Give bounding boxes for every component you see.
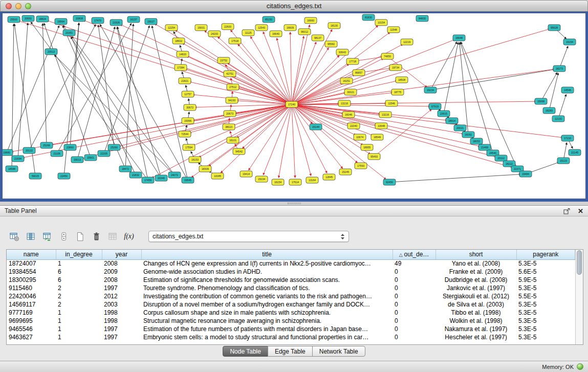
graph-node[interactable]: 17459 <box>142 177 154 183</box>
table-cell[interactable]: 9463627 <box>7 333 56 341</box>
graph-node[interactable]: 19484 <box>519 171 532 177</box>
graph-node[interactable]: 85150 <box>263 16 275 23</box>
graph-hub-node[interactable]: 17240 <box>286 101 298 107</box>
tab-node-table[interactable]: Node Table <box>223 346 268 357</box>
table-cell[interactable]: Nakamura et al. (1997) <box>435 325 516 333</box>
graph-node[interactable]: 95493 <box>368 154 380 160</box>
table-cell[interactable]: 2008 <box>102 259 141 268</box>
graph-node[interactable]: 17210 <box>561 135 574 141</box>
graph-node[interactable]: 74850 <box>381 53 394 59</box>
close-button[interactable] <box>6 3 12 9</box>
graph-node[interactable]: 20673 <box>224 111 236 117</box>
graph-node[interactable]: 14820 <box>177 51 189 57</box>
graph-node[interactable]: 12219 <box>401 39 413 45</box>
table-cell[interactable]: Genome-wide association studies in ADHD. <box>141 268 393 276</box>
graph-node[interactable]: 84830 <box>416 15 428 21</box>
table-cell[interactable]: Franke et al. (2009) <box>435 268 516 276</box>
graph-node[interactable]: 94193 <box>226 97 238 103</box>
graph-node[interactable]: 18508 <box>396 77 408 83</box>
table-cell[interactable]: Estimation of significance thresholds fo… <box>141 276 393 284</box>
table-cell[interactable]: Disruption of a novel member of a sodium… <box>141 300 393 309</box>
disabled-table-icon[interactable] <box>107 231 118 242</box>
graph-node[interactable]: 92450 <box>383 179 396 185</box>
graph-node[interactable]: 93643 <box>336 49 349 55</box>
graph-node[interactable]: 98137 <box>312 35 324 41</box>
graph-node[interactable]: 18130 <box>328 23 340 29</box>
graph-node[interactable]: 20691 <box>22 15 34 21</box>
table-cell[interactable]: 5.3E-5 <box>516 300 575 309</box>
graph-node[interactable]: 13216 <box>379 112 391 118</box>
table-cell[interactable]: 14569117 <box>7 300 56 309</box>
table-cell[interactable]: 1 <box>56 325 102 333</box>
table-cell[interactable]: 0 <box>393 317 435 325</box>
graph-node[interactable]: 15245 <box>339 169 352 175</box>
graph-node[interactable]: 10085 <box>211 173 224 179</box>
graph-node[interactable]: 25260 <box>108 144 120 150</box>
graph-node[interactable]: 22450 <box>58 173 70 179</box>
graph-node[interactable]: 18306 <box>199 166 211 172</box>
table-cell[interactable]: 1997 <box>102 333 141 341</box>
graph-node[interactable]: 27512 <box>227 84 239 90</box>
graph-node[interactable]: 16101 <box>227 137 239 143</box>
graph-node[interactable]: 17518 <box>229 38 241 44</box>
graph-node[interactable]: 12100 <box>552 116 564 122</box>
table-cell[interactable]: 6 <box>56 268 102 276</box>
select-columns-icon[interactable] <box>26 231 36 242</box>
zoom-button[interactable] <box>25 3 31 9</box>
table-cell[interactable]: 2 <box>56 292 102 300</box>
table-row[interactable]: 977716911998Corpus callosum shape and si… <box>7 309 575 317</box>
table-row[interactable]: 946554611997Estimation of the future num… <box>7 325 575 333</box>
table-row[interactable]: 2242004622012Investigating the contribut… <box>7 292 575 300</box>
graph-node[interactable]: 12757 <box>182 91 194 97</box>
tab-edge-table[interactable]: Edge Table <box>268 346 313 357</box>
table-cell[interactable]: Corpus callosum shape and size in male p… <box>141 309 393 317</box>
table-cell[interactable]: 1 <box>56 259 102 268</box>
table-cell[interactable]: 0 <box>393 292 435 300</box>
graph-node[interactable]: 72544 <box>179 131 191 137</box>
graph-node[interactable]: 10154 <box>375 19 387 26</box>
graph-node[interactable]: 21694 <box>12 156 24 162</box>
table-cell[interactable]: Yano et al. (2008) <box>435 259 516 268</box>
graph-node[interactable]: 19414 <box>240 171 252 177</box>
panel-splitter[interactable] <box>0 202 588 205</box>
table-cell[interactable]: 0 <box>393 333 435 341</box>
column-header-title[interactable]: title <box>141 250 393 259</box>
graph-node[interactable]: 23860 <box>64 144 76 150</box>
graph-node[interactable]: 11125 <box>242 30 254 36</box>
graph-node[interactable]: 25266 <box>40 142 53 148</box>
graph-node[interactable]: 10648 <box>375 123 387 129</box>
graph-node[interactable]: 20122 <box>23 147 35 154</box>
graph-node[interactable]: 23915 <box>438 111 450 117</box>
new-table-icon[interactable] <box>75 231 85 242</box>
graph-node[interactable]: 19154 <box>563 39 576 45</box>
graph-node[interactable]: 20808 <box>73 15 85 21</box>
graph-node[interactable]: 18775 <box>391 89 404 95</box>
table-cell[interactable]: 2 <box>56 300 102 309</box>
graph-node[interactable]: 16283 <box>543 107 555 114</box>
graph-node[interactable]: 18602 <box>172 38 185 44</box>
graph-node[interactable]: 16153 <box>189 157 201 163</box>
table-cell[interactable]: 19384554 <box>7 268 56 276</box>
tab-network-table[interactable]: Network Table <box>312 346 365 357</box>
table-settings-icon[interactable] <box>9 231 19 242</box>
table-cell[interactable]: 1997 <box>102 284 141 292</box>
float-panel-icon[interactable] <box>561 206 572 216</box>
table-cell[interactable]: 5.9E-5 <box>516 276 575 284</box>
table-cell[interactable]: Hescheler et al. (1997) <box>435 333 516 341</box>
import-table-icon[interactable] <box>42 231 52 242</box>
graph-node[interactable]: 17718 <box>346 58 359 64</box>
graph-node[interactable]: 19564 <box>55 18 67 25</box>
table-cell[interactable]: 5.3E-5 <box>516 309 575 317</box>
graph-node[interactable]: 18914 <box>446 118 458 124</box>
table-cell[interactable]: Embryonic stem cells: a model to study s… <box>141 333 393 341</box>
table-row[interactable]: 1830029562008Estimation of significance … <box>7 276 575 284</box>
graph-node[interactable]: 21832 <box>129 172 142 178</box>
table-cell[interactable]: 9465546 <box>7 325 56 333</box>
table-cell[interactable]: 2009 <box>102 268 141 276</box>
table-cell[interactable]: 5.3E-5 <box>516 333 575 341</box>
table-cell[interactable]: 18724007 <box>7 259 56 268</box>
graph-node[interactable]: 16640 <box>270 31 282 37</box>
graph-node[interactable]: 22145 <box>569 149 581 156</box>
graph-node[interactable]: 19366 <box>182 118 194 124</box>
graph-node[interactable]: 18472 <box>119 166 132 172</box>
